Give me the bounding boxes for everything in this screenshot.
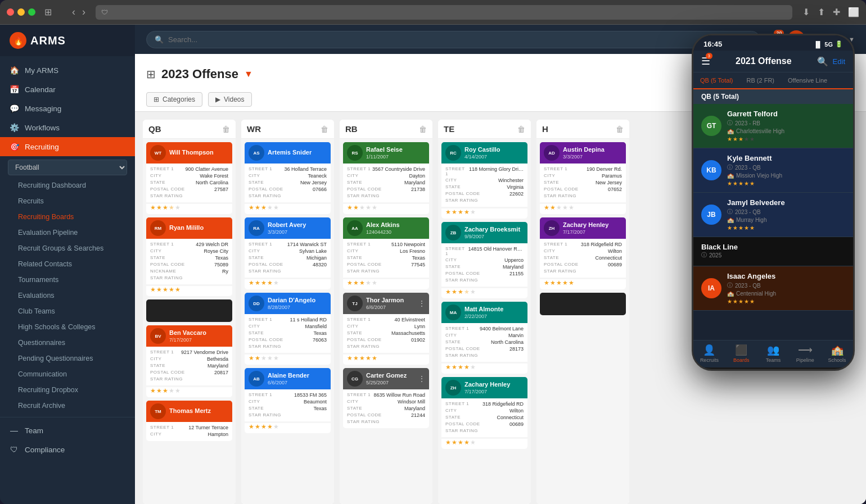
sidebar-sub-club-teams[interactable]: Club Teams — [0, 303, 135, 319]
sidebar-sub-recruit-archive[interactable]: Recruit Archive — [0, 398, 135, 414]
table-row[interactable]: TM Thomas Mertz STREET 112 Turner Terrac… — [146, 401, 232, 441]
board-title-dropdown-icon[interactable]: ▼ — [244, 69, 253, 79]
info-icon: ⓘ — [727, 208, 733, 216]
table-row[interactable]: RA Robert Avery 3/3/2007 STREET 11714 Wa… — [245, 217, 331, 289]
column-wr-trash-icon[interactable]: 🗑 — [321, 125, 328, 134]
list-item[interactable]: Black Line ⓘ 2025 — [693, 237, 853, 266]
table-row[interactable]: BV Ben Vaccaro 7/17/2007 STREET 19217 Ve… — [146, 325, 232, 397]
sidebar-item-compliance[interactable]: 🛡 Compliance — [0, 440, 135, 459]
sidebar-sub-communication[interactable]: Communication — [0, 366, 135, 382]
column-te: TE 🗑 RC Roy Castillo 4/14/2007 — [438, 120, 531, 504]
table-row[interactable]: RC Roy Castillo 4/14/2007 STREET 1118 Mo… — [441, 142, 527, 219]
new-tab-icon[interactable]: ✚ — [833, 7, 840, 17]
sidebar-sub-recruiting-dashboard[interactable]: Recruiting Dashboard — [0, 178, 135, 193]
list-item[interactable]: IA Isaac Angeles ⓘ 2023 - QB 🏫 Centennia… — [693, 266, 853, 311]
svg-text:🔥: 🔥 — [13, 37, 24, 46]
sidebar-sub-recruits[interactable]: Recruits — [0, 193, 135, 209]
table-row[interactable]: ZH Zachary Henley 7/17/2007 STREET 1318 … — [540, 217, 626, 289]
table-row[interactable]: AS Artemis Snider STREET 136 Holland Ter… — [245, 142, 331, 214]
phone-nav-boards[interactable]: ⬛ Boards — [728, 344, 755, 363]
search-input[interactable] — [168, 35, 752, 44]
card-stars: ★ ★ ★ ★ ★ — [441, 439, 527, 449]
phone-nav-schools[interactable]: 🏫 Schools — [824, 344, 851, 363]
tab-offensive-line[interactable]: Offensive Line — [781, 72, 834, 88]
column-rb-trash-icon[interactable]: 🗑 — [419, 125, 427, 134]
card-header-ben-vaccaro: BV Ben Vaccaro 7/17/2007 — [146, 325, 232, 347]
sidebar-item-messaging[interactable]: 💬 Messaging — [0, 99, 135, 118]
arms-logo: 🔥 ARMS — [9, 31, 66, 49]
download-icon[interactable]: ⬇ — [802, 7, 810, 17]
share-icon[interactable]: ⬆ — [818, 7, 825, 17]
sidebar-sub-pending-questionnaires[interactable]: Pending Questionnaires — [0, 351, 135, 366]
mac-forward-btn[interactable]: › — [82, 6, 85, 18]
column-te-trash-icon[interactable]: 🗑 — [517, 125, 525, 134]
search-bar[interactable]: 🔍 — [146, 31, 760, 48]
table-row[interactable]: DD Darian D'Angelo 8/28/2007 STREET 111 … — [245, 293, 331, 365]
table-row[interactable]: RS Rafael Seise 1/11/2007 STREET 13567 C… — [343, 142, 429, 214]
videos-button[interactable]: ▶ Videos — [208, 92, 251, 107]
sidebar-sub-recruiting-dropbox[interactable]: Recruiting Dropbox — [0, 382, 135, 398]
mac-maximize-btn[interactable] — [28, 8, 35, 16]
table-row[interactable]: AB Alaine Bender 6/6/2007 STREET 118533 … — [245, 368, 331, 433]
list-item[interactable]: GT Garrett Telford ⓘ 2023 - RB 🏫 Charlot… — [693, 104, 853, 148]
table-row[interactable]: TJ Thor Jarmon 6/6/2007 ⋮ STREET 140 Elv… — [343, 293, 429, 365]
sidebar-sub-tournaments[interactable]: Tournaments — [0, 272, 135, 288]
column-h-trash-icon[interactable]: 🗑 — [616, 125, 624, 134]
phone-nav-recruits[interactable]: 👤 Recruits — [696, 344, 723, 363]
sidebar-sub-evaluations[interactable]: Evaluations — [0, 288, 135, 303]
table-row[interactable]: MA Matt Almonte 2/22/2007 STREET 19400 B… — [441, 302, 527, 374]
table-row[interactable]: WT Will Thompson STREET 1900 Clatter Ave… — [146, 142, 232, 214]
sidebar-sub-recruit-groups-searches[interactable]: Recruit Groups & Searches — [0, 240, 135, 256]
table-row[interactable]: ZH Zachary Henley 7/17/2007 STREET 1318 … — [441, 377, 527, 449]
avatar: KB — [701, 160, 721, 180]
sidebar-sub-evaluation-pipeline[interactable]: Evaluation Pipeline — [0, 225, 135, 240]
card-header-robert-avery: RA Robert Avery 3/3/2007 — [245, 217, 331, 239]
search-icon: 🔍 — [155, 35, 164, 44]
mac-url-bar[interactable]: 🛡 — [96, 5, 792, 20]
table-row[interactable]: RM Ryan Milillo STREET 1429 Welch DR CIT… — [146, 217, 232, 296]
phone-nav-teams[interactable]: 👥 Teams — [760, 344, 787, 363]
mac-minimize-btn[interactable] — [17, 8, 25, 16]
column-h-header: H 🗑 — [536, 120, 629, 139]
recruit-name: Will Thompson — [169, 149, 214, 156]
phone-nav-pipeline[interactable]: ⟶ Pipeline — [792, 344, 819, 363]
sidebar-sub-recruiting-boards[interactable]: Recruiting Boards — [0, 209, 135, 225]
black-line-title: Black Line — [701, 243, 845, 251]
recruit-date: 3/3/2007 — [268, 229, 306, 235]
column-qb-trash-icon[interactable]: 🗑 — [222, 125, 230, 134]
list-item[interactable]: KB Kyle Bennett ⓘ 2023 - QB 🏫 Mission Vi… — [693, 148, 853, 193]
table-row[interactable]: CG Carter Gomez 5/25/2007 ⋮ STREET 18635… — [343, 368, 429, 428]
sport-select[interactable]: Football Basketball Soccer — [8, 160, 127, 175]
sidebar-sub-related-contacts[interactable]: Related Contacts — [0, 256, 135, 272]
card-header-darian-dangelo: DD Darian D'Angelo 8/28/2007 — [245, 293, 331, 314]
card-options-icon[interactable]: ⋮ — [418, 299, 425, 307]
recruit-name: Ryan Milillo — [169, 224, 204, 231]
table-row[interactable]: AD Austin Depina 3/3/2007 STREET 1190 De… — [540, 142, 626, 214]
avatar: IA — [701, 278, 721, 298]
windows-icon[interactable]: ⬜ — [848, 7, 859, 17]
tab-qb[interactable]: QB (5 Total) — [693, 72, 740, 89]
phone-search-icon[interactable]: 🔍 — [817, 56, 828, 67]
sidebar-item-recruiting[interactable]: 🎯 Recruiting — [0, 137, 135, 156]
card-options-icon[interactable]: ⋮ — [418, 375, 425, 383]
sidebar-item-calendar[interactable]: 📅 Calendar — [0, 80, 135, 99]
mac-close-btn[interactable] — [7, 8, 14, 16]
list-item[interactable]: JB Jamyl Belvedere ⓘ 2023 - QB 🏫 Murray … — [693, 193, 853, 237]
sidebar-sub-high-schools-colleges[interactable]: High Schools & Colleges — [0, 319, 135, 335]
phone-bottom-nav: 👤 Recruits ⬛ Boards 👥 Teams ⟶ Pipeline 🏫 — [693, 340, 853, 367]
mac-back-btn[interactable]: ‹ — [72, 6, 75, 18]
sidebar-item-my-arms[interactable]: 🏠 My ARMS — [0, 61, 135, 80]
table-row[interactable]: ZB Zachary Broeksmit 9/9/2007 STREET 114… — [441, 222, 527, 298]
sidebar-item-workflows[interactable]: ⚙️ Workflows — [0, 118, 135, 137]
card-body: STREET 1318 Ridgefield RD CITYWilton STA… — [441, 398, 527, 437]
recruit-date: 7/17/2007 — [464, 389, 510, 394]
phone-edit-button[interactable]: Edit — [833, 57, 845, 66]
card-body: STREET 118533 FM 365 CITYBeaumont STATET… — [245, 389, 331, 421]
table-row[interactable]: AA Alex Atkins 124044230 STREET 15110 Ne… — [343, 217, 429, 289]
sidebar-sub-questionnaires[interactable]: Questionnaires — [0, 335, 135, 351]
categories-button[interactable]: ⊞ Categories — [146, 92, 202, 107]
card-header-zachary-henley-te: ZH Zachary Henley 7/17/2007 — [441, 377, 527, 398]
tab-rb[interactable]: RB (2 FR) — [740, 72, 782, 88]
card-body: STREET 114815 Old Hanover Road CITYUpper… — [441, 243, 527, 287]
sidebar-item-team[interactable]: — Team — [0, 421, 135, 440]
